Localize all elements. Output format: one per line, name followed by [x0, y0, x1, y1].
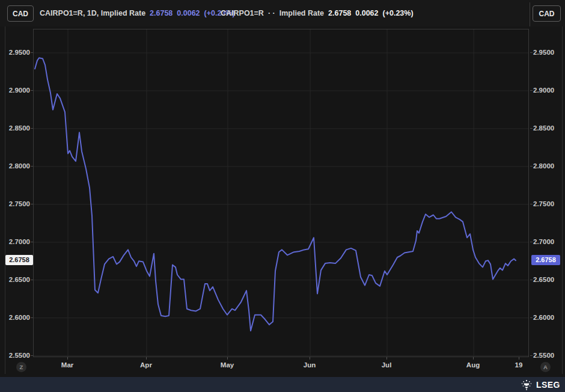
footer-bar: LSEG	[0, 377, 565, 392]
x-axis-tick-mark	[67, 357, 68, 360]
y-axis-left: 2.95002.90002.85002.80002.75002.70002.65…	[5, 26, 33, 374]
y-axis-tick-label: 2.8000	[533, 162, 554, 170]
y-axis-tick-label: 2.7000	[533, 237, 554, 246]
x-axis-tick-mark	[146, 357, 147, 360]
currency-button-left[interactable]: CAD	[7, 5, 34, 22]
y-axis-tick-label: 2.8500	[533, 124, 554, 132]
zoom-button[interactable]: Z	[16, 362, 26, 372]
y-axis-tick-label: 2.8000	[9, 162, 30, 170]
y-axis-tick-label: 2.7500	[9, 200, 30, 208]
y-axis-tick-mark	[530, 204, 533, 204]
y-axis-tick-mark	[530, 280, 533, 280]
lseg-brand-text: LSEG	[536, 380, 560, 390]
chart-header: CAD CAIRPO1=R, 1D, Implied Rate 2.6758 0…	[0, 0, 565, 26]
y-axis-tick-label: 2.6000	[9, 313, 30, 322]
legend-primary-change: 0.0062	[177, 9, 200, 17]
y-axis-tick-label: 2.7500	[533, 200, 554, 208]
y-axis-tick-label: 2.8500	[9, 124, 30, 132]
y-axis-tick-mark	[530, 317, 533, 318]
y-axis-tick-label: 2.9000	[9, 86, 30, 94]
y-axis-tick-mark	[530, 166, 533, 167]
y-axis-tick-mark	[530, 355, 533, 356]
legend-secondary-last: 2.6758	[328, 9, 351, 17]
x-axis-tick-mark	[227, 357, 228, 360]
implied-rate-series-line	[35, 58, 516, 331]
legend-secondary-pct: (+0.23%)	[383, 9, 414, 17]
autoscale-button[interactable]: A	[540, 362, 551, 372]
y-axis-tick-mark	[530, 52, 533, 53]
legend-secondary-change: 0.0062	[355, 9, 378, 17]
legend-primary-label: CAIRPO1=R, 1D, Implied Rate	[40, 9, 145, 17]
y-axis-tick-label: 2.9000	[533, 86, 554, 94]
y-axis-tick-label: 2.9500	[9, 48, 30, 57]
y-axis-tick-mark	[530, 242, 533, 242]
y-axis-tick-label: 2.6000	[533, 313, 554, 322]
chart-plot-area[interactable]	[33, 29, 529, 357]
last-value-badge-right: 2.6758	[531, 255, 560, 265]
legend-secondary-field: Implied Rate	[279, 9, 324, 17]
lseg-brand: LSEG	[520, 377, 560, 392]
header-divider	[530, 2, 530, 26]
x-axis: MarAprMayJunJulAug19	[33, 357, 529, 374]
x-axis-tick-mark	[386, 357, 387, 360]
y-axis-tick-mark	[530, 90, 533, 91]
x-axis-tick-mark	[519, 357, 519, 360]
price-line-chart	[34, 29, 528, 357]
legend-primary[interactable]: CAIRPO1=R, 1D, Implied Rate 2.6758 0.006…	[40, 0, 235, 26]
x-axis-tick-label: Aug	[466, 361, 480, 369]
x-axis-tick-mark	[473, 357, 474, 360]
legend-secondary-ric: CAIRPO1=R	[221, 9, 264, 17]
y-axis-tick-label: 2.7000	[9, 237, 30, 246]
y-axis-tick-label: 2.6500	[9, 275, 30, 284]
chart-window: CAD CAIRPO1=R, 1D, Implied Rate 2.6758 0…	[0, 0, 565, 392]
legend-secondary-dots: · ·	[268, 9, 275, 17]
y-axis-tick-label: 2.9500	[533, 48, 554, 57]
x-axis-tick-mark	[310, 357, 310, 360]
x-axis-tick-label: Jul	[382, 361, 392, 369]
last-value-badge-left: 2.6758	[5, 255, 33, 265]
y-axis-right: 2.95002.90002.85002.80002.75002.70002.65…	[530, 26, 562, 374]
legend-secondary[interactable]: CAIRPO1=R · · Implied Rate 2.6758 0.0062…	[221, 0, 414, 26]
legend-primary-last: 2.6758	[150, 9, 173, 17]
x-axis-tick-label: Apr	[140, 361, 152, 369]
x-axis-tick-label: May	[221, 361, 234, 369]
lseg-crest-icon	[520, 379, 533, 390]
x-axis-tick-label: 19	[515, 361, 523, 369]
y-axis-tick-label: 2.5500	[9, 351, 30, 360]
x-axis-tick-label: Mar	[61, 361, 73, 369]
pane-border-right	[562, 26, 563, 374]
y-axis-tick-label: 2.5500	[533, 351, 554, 360]
y-axis-tick-label: 2.6500	[533, 275, 554, 284]
y-axis-tick-mark	[530, 128, 533, 129]
x-axis-tick-label: Jun	[304, 361, 316, 369]
currency-button-right[interactable]: CAD	[533, 5, 561, 22]
